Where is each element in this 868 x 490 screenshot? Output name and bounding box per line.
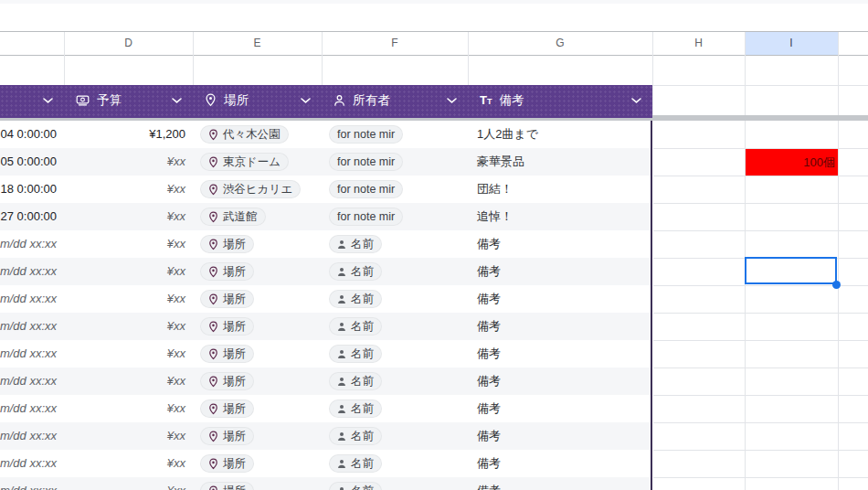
owner-chip[interactable]: 名前 [329, 290, 382, 308]
budget-cell: ¥xx [64, 340, 185, 368]
place-chip-label: 場所 [223, 319, 246, 335]
location-pin-icon [208, 293, 218, 305]
table-right-border [651, 121, 652, 490]
table-header-label: 所有者 [353, 92, 390, 109]
place-chip[interactable]: 場所 [200, 454, 254, 473]
place-chip[interactable]: 渋谷ヒカリエ [200, 180, 301, 198]
date-cell: m/dd xx:xx [0, 450, 57, 477]
owner-chip[interactable]: 名前 [329, 399, 382, 418]
owner-chip[interactable]: for note mir [329, 153, 403, 171]
owner-chip[interactable]: 名前 [329, 454, 382, 473]
text-format-icon: TT [480, 93, 492, 107]
location-pin-icon [208, 431, 218, 442]
column-header-h[interactable]: H [652, 32, 745, 55]
location-pin-icon [208, 485, 218, 490]
location-pin-icon [208, 156, 218, 168]
table-header-prev-column [0, 85, 64, 115]
place-chip[interactable]: 場所 [200, 290, 254, 308]
owner-chip[interactable]: 名前 [329, 317, 382, 336]
table-header-budget[interactable]: 予算 [64, 85, 193, 115]
red-highlight-cell[interactable]: 100個 [746, 149, 838, 176]
place-chip[interactable]: 場所 [200, 372, 254, 390]
gridline [653, 422, 868, 423]
owner-chip[interactable]: for note mir [329, 125, 403, 144]
location-pin-icon [208, 239, 218, 250]
owner-chip-label: 名前 [351, 401, 374, 417]
budget-cell: ¥xx [64, 230, 185, 258]
place-chip[interactable]: 場所 [200, 235, 254, 253]
owner-chip[interactable]: 名前 [329, 262, 382, 281]
date-cell: m/dd xx:xx [0, 313, 57, 340]
place-chip[interactable]: 場所 [200, 345, 254, 363]
owner-chip[interactable]: 名前 [329, 372, 382, 390]
column-header-i-selected[interactable]: I [745, 32, 838, 55]
table-row: 27 0:00:00 ¥xx 武道館 for note mir 追悼！ [0, 203, 651, 230]
column-header-j[interactable] [838, 32, 868, 55]
owner-chip[interactable]: 名前 [329, 235, 382, 253]
date-cell: m/dd xx:xx [0, 340, 57, 368]
gridline [653, 477, 868, 478]
place-chip[interactable]: 武道館 [200, 208, 266, 226]
place-chip[interactable]: 東京ドーム [200, 153, 289, 171]
column-menu-chevron-icon[interactable] [301, 98, 311, 103]
active-cell-selection[interactable] [745, 257, 837, 284]
toolbar-edge [0, 0, 868, 4]
location-pin-icon [208, 348, 218, 360]
location-pin-icon [205, 93, 217, 107]
column-header-d[interactable]: D [64, 32, 193, 55]
location-pin-icon [208, 403, 218, 415]
owner-chip[interactable]: 名前 [329, 345, 382, 363]
owner-chip[interactable]: 名前 [329, 427, 382, 445]
spreadsheet-canvas: D E F G H I 予算 [0, 0, 868, 490]
owner-chip[interactable]: for note mir [329, 208, 403, 226]
table-row: m/dd xx:xx ¥xx 場所 名前 備考 [0, 395, 651, 422]
person-icon [337, 404, 346, 414]
budget-cell: ¥xx [64, 148, 185, 176]
note-cell: 追悼！ [477, 203, 513, 230]
table-header-label: 場所 [224, 92, 249, 109]
column-header-g[interactable]: G [468, 32, 652, 55]
note-cell: 備考 [477, 313, 501, 340]
date-cell: 18 0:00:00 [1, 176, 57, 203]
column-header-f[interactable]: F [322, 32, 468, 55]
column-header-e[interactable]: E [193, 32, 322, 55]
place-chip-label: 場所 [223, 237, 246, 252]
note-cell: 1人2曲まで [477, 121, 538, 148]
owner-chip-label: for note mir [337, 183, 395, 196]
owner-chip-label: 名前 [351, 429, 374, 444]
place-chip[interactable]: 場所 [200, 482, 254, 490]
column-header-c[interactable] [0, 32, 64, 55]
gridline [322, 32, 323, 85]
column-menu-chevron-icon[interactable] [631, 98, 641, 103]
place-chip-label: 渋谷ヒカリエ [223, 182, 292, 197]
budget-cell: ¥xx [64, 258, 185, 285]
table-header-note[interactable]: TT 備考 [468, 85, 652, 115]
column-menu-chevron-icon[interactable] [447, 98, 457, 103]
gridline [838, 32, 839, 490]
owner-chip-label: 名前 [351, 264, 374, 280]
owner-chip-label: for note mir [337, 128, 395, 141]
column-menu-chevron-icon[interactable] [172, 98, 182, 103]
table-row: m/dd xx:xx ¥xx 場所 名前 備考 [0, 450, 651, 477]
note-cell: 備考 [477, 258, 501, 285]
owner-chip[interactable]: 名前 [329, 482, 382, 490]
budget-cell: ¥xx [64, 477, 185, 490]
owner-chip-label: for note mir [337, 155, 395, 168]
owner-chip-label: 名前 [351, 346, 374, 362]
table-header-owner[interactable]: 所有者 [322, 85, 468, 115]
table-row: m/dd xx:xx ¥xx 場所 名前 備考 [0, 477, 651, 490]
note-cell: 備考 [477, 368, 501, 395]
place-chip[interactable]: 場所 [200, 262, 254, 281]
column-menu-chevron-icon[interactable] [43, 98, 53, 103]
owner-chip-label: 名前 [351, 292, 374, 307]
owner-chip-label: 名前 [351, 374, 374, 389]
gridline [653, 203, 868, 204]
fill-handle-dot[interactable] [832, 281, 841, 289]
place-chip[interactable]: 場所 [200, 399, 254, 418]
place-chip[interactable]: 場所 [200, 317, 254, 336]
place-chip[interactable]: 代々木公園 [200, 125, 289, 144]
table-header-place[interactable]: 場所 [193, 85, 322, 115]
owner-chip[interactable]: for note mir [329, 180, 403, 198]
person-icon [337, 322, 346, 332]
place-chip[interactable]: 場所 [200, 427, 254, 445]
